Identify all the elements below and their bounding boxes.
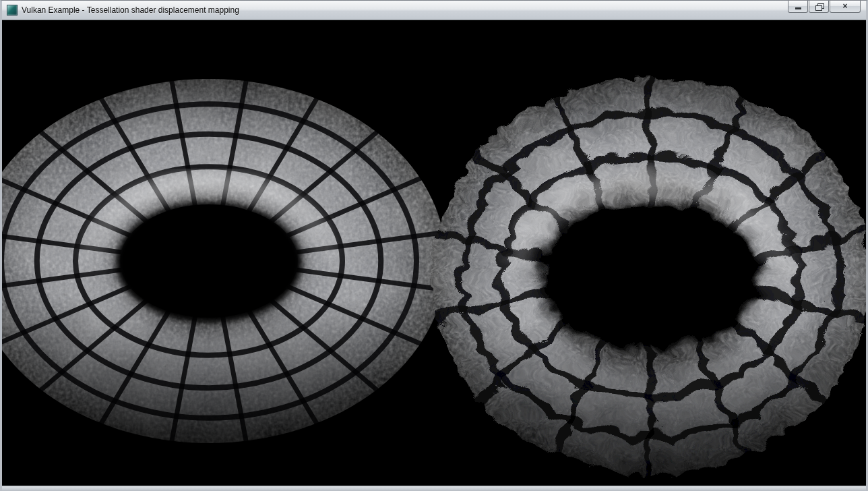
- render-canvas[interactable]: [2, 20, 866, 486]
- app-icon: [7, 5, 18, 16]
- restore-icon: [815, 3, 823, 9]
- minimize-button[interactable]: [788, 1, 808, 13]
- window-title: Vulkan Example - Tessellation shader dis…: [22, 5, 239, 15]
- close-button[interactable]: ×: [830, 1, 861, 13]
- titlebar[interactable]: Vulkan Example - Tessellation shader dis…: [2, 1, 866, 20]
- maximize-button[interactable]: [809, 1, 829, 13]
- torus-with-displacement: [427, 72, 865, 470]
- window-controls: ×: [787, 1, 861, 13]
- render-viewport: [2, 20, 866, 486]
- close-icon: ×: [830, 1, 860, 12]
- window-frame-bottom: [2, 486, 866, 491]
- app-window: Vulkan Example - Tessellation shader dis…: [0, 0, 868, 491]
- minimize-icon: [795, 7, 801, 9]
